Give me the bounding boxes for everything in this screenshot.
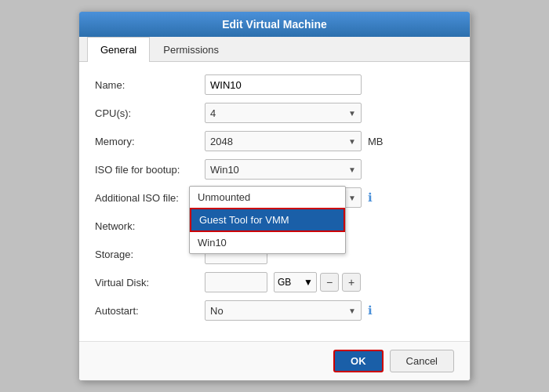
additional-iso-dropdown: Unmounted Guest Tool for VMM Win10 (189, 186, 346, 254)
edit-vm-dialog: Edit Virtual Machine General Permissions… (78, 11, 471, 381)
memory-select[interactable]: 2048 ▼ (205, 131, 362, 151)
vdisk-plus-icon: + (348, 276, 354, 289)
cpu-label: CPU(s): (95, 107, 205, 119)
iso-select[interactable]: Win10 ▼ (205, 159, 362, 180)
form-content: Name: CPU(s): 4 ▼ Memory: 2048 ▼ MB (79, 62, 470, 341)
memory-label: Memory: (95, 136, 205, 147)
cpu-select[interactable]: 4 ▼ (205, 103, 362, 123)
dialog-footer: OK Cancel (79, 341, 470, 380)
vdisk-plus-button[interactable]: + (342, 273, 361, 292)
dialog-title: Edit Virtual Machine (79, 12, 470, 37)
vdisk-minus-icon: − (326, 276, 333, 289)
cancel-button[interactable]: Cancel (390, 350, 454, 372)
cpu-row: CPU(s): 4 ▼ (95, 103, 454, 123)
dropdown-item-guest-tool[interactable]: Guest Tool for VMM (190, 208, 345, 232)
storage-label: Storage: (95, 249, 205, 260)
virtual-disk-size-input[interactable] (205, 272, 267, 292)
iso-label: ISO file for bootup: (95, 164, 205, 176)
vdisk-unit-select[interactable]: GB ▼ (274, 272, 317, 292)
virtual-disk-row: Virtual Disk: GB ▼ − + (95, 272, 454, 292)
autostart-select-wrap: No ▼ (205, 300, 362, 321)
additional-iso-label: Additional ISO file: (95, 192, 205, 204)
ok-button[interactable]: OK (333, 350, 384, 372)
memory-arrow-icon: ▼ (348, 137, 356, 146)
name-input[interactable] (205, 74, 362, 95)
name-row: Name: (95, 74, 454, 95)
additional-iso-arrow-icon: ▼ (348, 194, 356, 202)
vdisk-minus-button[interactable]: − (320, 273, 339, 292)
iso-row: ISO file for bootup: Win10 ▼ (95, 159, 454, 180)
tab-permissions[interactable]: Permissions (150, 37, 232, 62)
memory-select-wrap: 2048 ▼ (205, 131, 362, 151)
dropdown-item-unmounted[interactable]: Unmounted (190, 187, 345, 208)
vdisk-unit-arrow-icon: ▼ (304, 277, 313, 288)
autostart-row: Autostart: No ▼ ℹ (95, 300, 454, 321)
cpu-select-wrap: 4 ▼ (205, 103, 362, 123)
vdisk-controls: GB ▼ − + (274, 272, 361, 292)
dropdown-item-win10[interactable]: Win10 (190, 232, 345, 253)
network-label: Network: (95, 220, 205, 232)
autostart-label: Autostart: (95, 305, 205, 317)
autostart-select[interactable]: No ▼ (205, 300, 362, 321)
memory-unit: MB (368, 136, 384, 147)
tab-bar: General Permissions (79, 37, 470, 62)
virtual-disk-label: Virtual Disk: (95, 277, 205, 289)
cpu-arrow-icon: ▼ (348, 109, 356, 118)
autostart-arrow-icon: ▼ (348, 307, 356, 315)
iso-select-wrap: Win10 ▼ (205, 159, 362, 180)
name-label: Name: (95, 79, 205, 91)
iso-arrow-icon: ▼ (348, 165, 356, 174)
additional-iso-info-icon[interactable]: ℹ (368, 191, 373, 205)
tab-general[interactable]: General (87, 37, 150, 62)
autostart-info-icon[interactable]: ℹ (368, 303, 373, 318)
memory-row: Memory: 2048 ▼ MB (95, 131, 454, 151)
